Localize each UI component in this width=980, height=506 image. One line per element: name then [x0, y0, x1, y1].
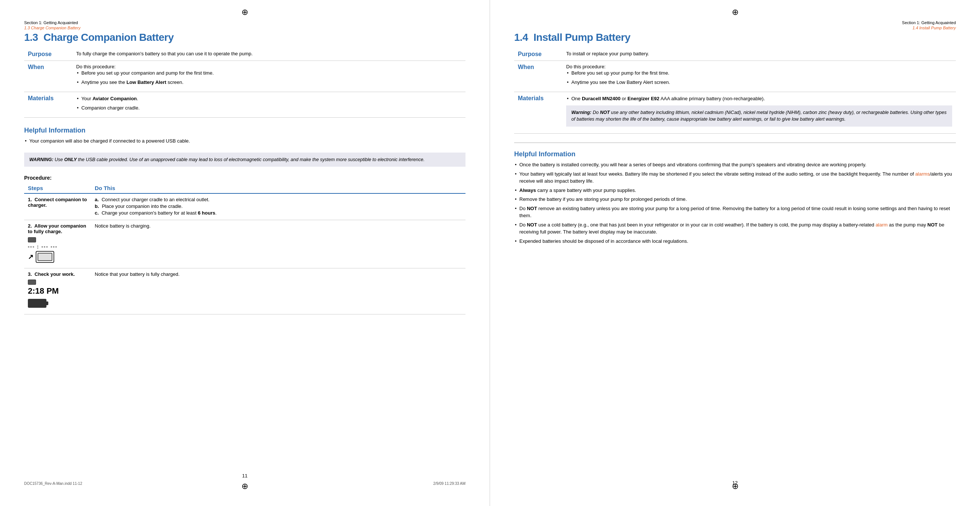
materials-bullet-2: Companion charger cradle.	[76, 104, 462, 112]
right-materials-bullet-1: One Duracell MN2400 or Energizer E92 AAA…	[566, 95, 952, 103]
materials-bullet-1: Your Aviator Companion.	[76, 95, 462, 103]
right-warning-box: Warning: Do NOT use any other battery in…	[566, 105, 952, 127]
steps-table: Steps Do This 1. Connect companion to ch…	[24, 183, 466, 314]
helpful-bullets-left: Your companion will also be charged if c…	[24, 137, 466, 147]
right-purpose-text: To install or replace your pump battery.	[562, 48, 956, 61]
substep-a: a. Connect your charger cradle to an ele…	[95, 197, 462, 202]
right-purpose-label: Purpose	[514, 48, 562, 61]
right-purpose-row: Purpose To install or replace your pump …	[514, 48, 956, 61]
purpose-row: Purpose To fully charge the companion's …	[24, 48, 466, 61]
step-3-label: 3. Check your work. 2:18 PM	[24, 268, 91, 314]
step-3-device-icon: 2:18 PM	[28, 279, 87, 309]
purpose-text: To fully charge the companion's battery …	[72, 48, 466, 61]
right-page: ⊕ Section 1: Getting Acquainted 1.4 Inst…	[490, 0, 980, 506]
left-section-title: 1.3 Charge Companion Battery	[24, 32, 466, 43]
materials-bullets: Your Aviator Companion. Companion charge…	[76, 95, 462, 111]
right-helpful-bullet-7: Expended batteries should be disposed of…	[514, 238, 956, 245]
steps-col2: Do This	[91, 183, 466, 194]
right-section-label: Section 1: Getting Acquainted	[514, 21, 956, 25]
right-materials-row: Materials One Duracell MN2400 or Energiz…	[514, 92, 956, 134]
left-page-number: 11	[24, 462, 466, 479]
left-section-link: 1.3 Charge Companion Battery	[24, 25, 466, 30]
when-bullets: Before you set up your companion and pum…	[76, 70, 462, 86]
charger-arrow-icon: ↗	[28, 253, 33, 261]
device-charging-icon	[36, 251, 54, 263]
materials-content: Your Aviator Companion. Companion charge…	[72, 92, 466, 118]
step-1-substeps: a. Connect your charger cradle to an ele…	[95, 197, 462, 216]
right-materials-label: Materials	[514, 92, 562, 134]
when-bullet-2: Anytime you see the Low Battery Alert sc…	[76, 79, 462, 86]
warning-text-left: Use ONLY the USB cable provided. Use of …	[55, 157, 425, 162]
right-when-bullet-2: Anytime you see the Low Battery Alert sc…	[566, 79, 952, 86]
step-2-label: 2. Allow your companion to fully charge.…	[24, 220, 91, 268]
right-when-content: Do this procedure: Before you set up you…	[562, 61, 956, 92]
right-helpful-bullet-2: Your battery will typically last at leas…	[514, 170, 956, 185]
warning-box-left: WARNING: Use ONLY the USB cable provided…	[24, 152, 466, 167]
right-section-link: 1.4 Install Pump Battery	[514, 25, 956, 30]
helpful-info-heading-left: Helpful Information	[24, 127, 466, 135]
helpful-bullet-1-left: Your companion will also be charged if c…	[24, 137, 466, 145]
left-page: ⊕ Section 1: Getting Acquainted 1.3 Char…	[0, 0, 490, 506]
right-warning-text: Warning: Do NOT use any other battery in…	[571, 110, 947, 122]
crosshair-bottom-right: ⊕	[732, 482, 738, 491]
footer-left: DOC15736_Rev-A-Man.indd 11-12	[24, 482, 82, 485]
substep-b: b. Place your companion into the cradle.	[95, 203, 462, 209]
purpose-when-materials-table: Purpose To fully charge the companion's …	[24, 48, 466, 118]
right-helpful-bullet-6: Do NOT use a cold battery (e.g., one tha…	[514, 221, 956, 236]
right-helpful-bullet-1: Once the battery is installed correctly,…	[514, 161, 956, 168]
crosshair-top-right: ⊕	[732, 8, 738, 17]
materials-row: Materials Your Aviator Companion. Compan…	[24, 92, 466, 118]
when-bullet-1: Before you set up your companion and pum…	[76, 70, 462, 77]
step-3-do-this: Notice that your battery is fully charge…	[91, 268, 466, 314]
step-1-label: 1. Connect companion to charger.	[24, 194, 91, 220]
battery-full-icon	[28, 299, 46, 308]
crosshair-top-left: ⊕	[242, 8, 248, 17]
right-helpful-bullets: Once the battery is installed correctly,…	[514, 161, 956, 246]
right-helpful-bullet-5: Do NOT remove an existing battery unless…	[514, 205, 956, 219]
step-2-device-icon: --- : --- --- ↗	[28, 236, 87, 263]
footer-right: 2/9/09 11:29:33 AM	[433, 482, 466, 485]
left-section-header: Section 1: Getting Acquainted 1.3 Charge…	[24, 21, 466, 30]
when-label: When	[24, 61, 72, 92]
step-3-row: 3. Check your work. 2:18 PM Notice that …	[24, 268, 466, 314]
step-2-row: 2. Allow your companion to fully charge.…	[24, 220, 466, 268]
right-section-header: Section 1: Getting Acquainted 1.4 Instal…	[514, 21, 956, 30]
right-section-title: 1.4 Install Pump Battery	[514, 32, 956, 43]
right-when-row: When Do this procedure: Before you set u…	[514, 61, 956, 92]
step-1-row: 1. Connect companion to charger. a. Conn…	[24, 194, 466, 220]
right-info-table: Purpose To install or replace your pump …	[514, 48, 956, 134]
crosshair-bottom-left: ⊕	[242, 482, 248, 491]
procedure-heading: Procedure:	[24, 175, 466, 181]
helpful-info-heading-right: Helpful Information	[514, 150, 956, 158]
right-helpful-bullet-3: Always carry a spare battery with your p…	[514, 187, 956, 194]
right-materials-content: One Duracell MN2400 or Energizer E92 AAA…	[562, 92, 956, 134]
when-content: Do this procedure: Before you set up you…	[72, 61, 466, 92]
right-when-bullets: Before you set up your pump for the firs…	[566, 70, 952, 86]
purpose-label: Purpose	[24, 48, 72, 61]
right-helpful-bullet-4: Remove the battery if you are storing yo…	[514, 196, 956, 203]
materials-label: Materials	[24, 92, 72, 118]
section-divider-right	[514, 143, 956, 143]
right-when-label: When	[514, 61, 562, 92]
time-display: 2:18 PM	[28, 286, 87, 296]
warning-label-left: WARNING:	[29, 157, 54, 162]
substep-c: c. Charge your companion's battery for a…	[95, 210, 462, 216]
step-1-do-this: a. Connect your charger cradle to an ele…	[91, 194, 466, 220]
when-row: When Do this procedure: Before you set u…	[24, 61, 466, 92]
left-section-label: Section 1: Getting Acquainted	[24, 21, 466, 25]
step-2-do-this: Notice battery is charging.	[91, 220, 466, 268]
steps-col1: Steps	[24, 183, 91, 194]
right-when-bullet-1: Before you set up your pump for the firs…	[566, 70, 952, 77]
right-materials-bullets: One Duracell MN2400 or Energizer E92 AAA…	[566, 95, 952, 103]
